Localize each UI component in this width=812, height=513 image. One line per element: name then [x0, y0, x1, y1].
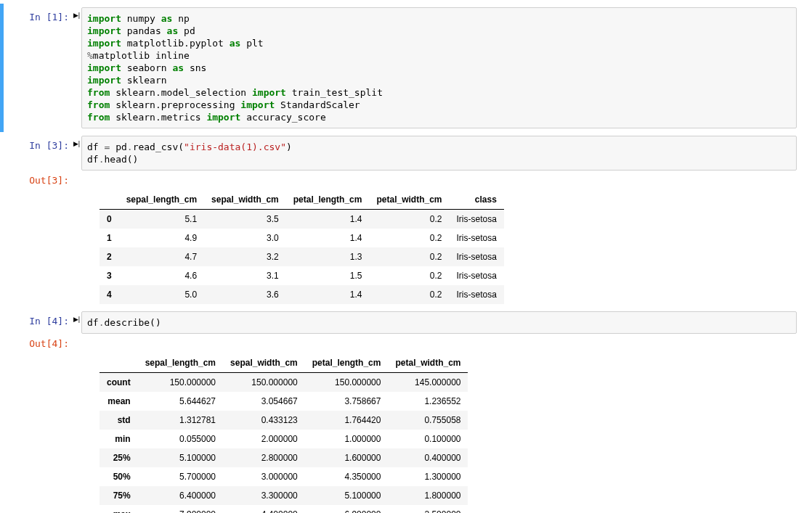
column-header	[100, 353, 138, 373]
column-header: sepal_width_cm	[223, 353, 305, 373]
row-index: 50%	[100, 467, 138, 486]
code-cell-4[interactable]: In [4]: ▶| df.describe() Out[4]: sepal_l…	[0, 308, 812, 513]
output-prompt: Out[3]:	[5, 171, 72, 186]
table-row: max7.9000004.4000006.9000002.500000	[100, 505, 468, 513]
table-cell: 4.400000	[223, 505, 305, 513]
table-cell: Iris-setosa	[450, 229, 504, 247]
table-row: 25%5.1000002.8000001.6000000.400000	[100, 448, 468, 467]
table-cell: 2.000000	[223, 430, 305, 448]
column-header: sepal_length_cm	[119, 190, 204, 210]
row-index: count	[100, 373, 138, 393]
table-cell: 3.300000	[223, 486, 305, 505]
dataframe-describe: sepal_length_cmsepal_width_cmpetal_lengt…	[100, 353, 468, 513]
table-cell: 1.4	[286, 210, 370, 229]
table-cell: 5.644627	[138, 392, 223, 411]
run-cell-icon[interactable]: ▶|	[72, 136, 81, 147]
code-input[interactable]: import numpy as np import pandas as pd i…	[81, 7, 797, 128]
table-cell: 3.6	[204, 285, 286, 304]
output-prompt: Out[4]:	[5, 334, 72, 349]
table-cell: 4.9	[119, 229, 204, 247]
table-cell: 2.500000	[388, 505, 468, 513]
input-prompt: In [4]:	[5, 311, 72, 327]
row-index: 3	[100, 266, 119, 285]
input-prompt: In [3]:	[5, 136, 72, 151]
table-cell: 5.100000	[305, 486, 389, 505]
table-cell: 0.433123	[223, 411, 305, 430]
table-cell: 1.4	[286, 285, 370, 304]
input-prompt: In [1]:	[5, 7, 72, 22]
table-cell: 5.700000	[138, 467, 223, 486]
table-cell: 1.5	[286, 266, 370, 285]
table-cell: 1.236552	[388, 392, 468, 411]
table-row: 14.93.01.40.2Iris-setosa	[100, 229, 504, 247]
table-cell: 3.1	[204, 266, 286, 285]
table-cell: 1.300000	[388, 467, 468, 486]
table-row: std1.3127810.4331231.7644200.755058	[100, 411, 468, 430]
notebook: In [1]: ▶| import numpy as np import pan…	[0, 0, 812, 513]
dataframe-head: sepal_length_cmsepal_width_cmpetal_lengt…	[100, 190, 504, 304]
row-index: min	[100, 430, 138, 448]
table-cell: 1.3	[286, 247, 370, 266]
table-cell: 1.600000	[305, 448, 389, 467]
row-index: mean	[100, 392, 138, 411]
table-cell: 0.2	[369, 247, 449, 266]
table-row: 45.03.61.40.2Iris-setosa	[100, 285, 504, 304]
table-cell: 6.400000	[138, 486, 223, 505]
table-cell: 3.000000	[223, 467, 305, 486]
row-index: 0	[100, 210, 119, 229]
table-cell: 0.2	[369, 210, 449, 229]
table-cell: 6.900000	[305, 505, 389, 513]
table-cell: 1.800000	[388, 486, 468, 505]
row-index: 1	[100, 229, 119, 247]
code-input[interactable]: df.describe()	[81, 311, 797, 334]
table-cell: 0.100000	[388, 430, 468, 448]
column-header: petal_width_cm	[369, 190, 449, 210]
row-index: std	[100, 411, 138, 430]
row-index: 4	[100, 285, 119, 304]
table-cell: 3.5	[204, 210, 286, 229]
table-cell: 3.2	[204, 247, 286, 266]
table-cell: 4.350000	[305, 467, 389, 486]
table-row: mean5.6446273.0546673.7586671.236552	[100, 392, 468, 411]
table-cell: 0.2	[369, 285, 449, 304]
table-cell: 0.755058	[388, 411, 468, 430]
table-cell: 1.764420	[305, 411, 389, 430]
table-cell: 3.758667	[305, 392, 389, 411]
column-header: sepal_length_cm	[138, 353, 223, 373]
column-header: class	[450, 190, 504, 210]
output-area: sepal_length_cmsepal_width_cmpetal_lengt…	[5, 186, 807, 304]
table-cell: 4.7	[119, 247, 204, 266]
row-index: 75%	[100, 486, 138, 505]
table-row: 75%6.4000003.3000005.1000001.800000	[100, 486, 468, 505]
code-cell-1[interactable]: In [1]: ▶| import numpy as np import pan…	[0, 4, 812, 132]
table-cell: 0.2	[369, 266, 449, 285]
column-header: petal_width_cm	[388, 353, 468, 373]
table-cell: Iris-setosa	[450, 285, 504, 304]
table-cell: 0.400000	[388, 448, 468, 467]
table-cell: 1.312781	[138, 411, 223, 430]
output-area: sepal_length_cmsepal_width_cmpetal_lengt…	[5, 349, 807, 513]
table-cell: 1.000000	[305, 430, 389, 448]
table-cell: 150.000000	[223, 373, 305, 393]
column-header: sepal_width_cm	[204, 190, 286, 210]
table-cell: Iris-setosa	[450, 210, 504, 229]
table-cell: 2.800000	[223, 448, 305, 467]
row-index: 25%	[100, 448, 138, 467]
run-cell-icon[interactable]: ▶|	[72, 7, 81, 19]
code-cell-3[interactable]: In [3]: ▶| df = pd.read_csv("iris-data(1…	[0, 132, 812, 308]
table-cell: 0.2	[369, 229, 449, 247]
table-cell: Iris-setosa	[450, 247, 504, 266]
table-cell: 150.000000	[305, 373, 389, 393]
column-header	[100, 190, 119, 210]
table-row: 50%5.7000003.0000004.3500001.300000	[100, 467, 468, 486]
code-input[interactable]: df = pd.read_csv("iris-data(1).csv") df.…	[81, 136, 797, 171]
run-cell-icon[interactable]: ▶|	[72, 311, 81, 323]
table-cell: 3.0	[204, 229, 286, 247]
table-cell: 7.900000	[138, 505, 223, 513]
table-row: 05.13.51.40.2Iris-setosa	[100, 210, 504, 229]
row-index: max	[100, 505, 138, 513]
column-header: petal_length_cm	[286, 190, 370, 210]
column-header: petal_length_cm	[305, 353, 389, 373]
table-cell: 5.1	[119, 210, 204, 229]
table-cell: 4.6	[119, 266, 204, 285]
